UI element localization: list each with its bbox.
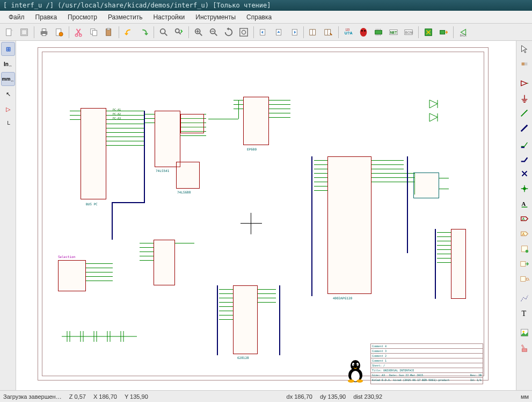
- place-power-button[interactable]: [518, 91, 531, 105]
- wire: [145, 123, 155, 123]
- place-bus-button[interactable]: [518, 121, 531, 135]
- wire: [70, 111, 81, 111]
- bus-direction-button[interactable]: └: [1, 117, 15, 131]
- import-footprint-button[interactable]: [436, 25, 450, 39]
- copy-button[interactable]: [87, 25, 101, 39]
- place-junction-button[interactable]: [518, 182, 531, 196]
- find-button[interactable]: [157, 25, 171, 39]
- component-u3-label: 74LS688: [177, 190, 191, 194]
- navigate-prev-button[interactable]: [257, 25, 271, 39]
- component-u9[interactable]: [327, 156, 371, 294]
- component-p1-connector[interactable]: [451, 229, 466, 299]
- status-dist: dist 230,92: [353, 393, 382, 400]
- hidden-pins-button[interactable]: ▷: [1, 102, 15, 116]
- place-sheet-pin-button[interactable]: DA: [518, 272, 531, 286]
- component-u3-lower[interactable]: [154, 240, 175, 285]
- grid-toggle-button[interactable]: ⊞: [1, 42, 15, 56]
- plot-button[interactable]: [52, 25, 66, 39]
- units-inch-button[interactable]: In↔: [1, 57, 15, 71]
- paste-button[interactable]: [102, 25, 116, 39]
- wire: [269, 109, 290, 109]
- place-line-button[interactable]: [518, 291, 531, 305]
- zoom-fit-button[interactable]: [237, 25, 251, 39]
- zoom-out-button[interactable]: [207, 25, 221, 39]
- new-button[interactable]: [2, 25, 16, 39]
- cut-button[interactable]: [72, 25, 86, 39]
- place-bus2bus-button[interactable]: [518, 152, 531, 166]
- pcbnew-button[interactable]: [421, 25, 435, 39]
- place-hierlabel-button[interactable]: A: [518, 227, 531, 241]
- component-jp1[interactable]: [58, 260, 86, 291]
- svg-point-25: [360, 27, 367, 36]
- svg-text:T: T: [522, 309, 527, 318]
- highlight-net-button[interactable]: [518, 57, 531, 71]
- place-globallabel-button[interactable]: A: [518, 212, 531, 226]
- units-mm-button[interactable]: mm↔: [1, 72, 15, 86]
- wire: [314, 177, 327, 178]
- wire: [175, 243, 194, 243]
- place-noconnect-button[interactable]: [518, 167, 531, 181]
- svg-point-26: [361, 30, 363, 31]
- svg-text:BOM: BOM: [405, 30, 413, 34]
- library-browser-button[interactable]: [307, 25, 320, 39]
- bom-button[interactable]: BOM: [402, 25, 416, 39]
- undo-button[interactable]: [122, 25, 136, 39]
- menu-file[interactable]: Файл: [4, 12, 29, 22]
- back-button[interactable]: BACK: [456, 25, 470, 39]
- component-gate-a[interactable]: [180, 114, 204, 133]
- component-u1-label: BUS PC: [86, 202, 98, 206]
- component-u8[interactable]: [243, 97, 269, 145]
- place-component-button[interactable]: [518, 76, 531, 90]
- component-u1[interactable]: [81, 108, 106, 199]
- place-wire-button[interactable]: [518, 106, 531, 120]
- separator: [119, 26, 119, 38]
- component-crystal[interactable]: [413, 173, 439, 198]
- place-text-button[interactable]: T: [518, 306, 531, 320]
- zoom-redraw-button[interactable]: [222, 25, 236, 39]
- place-netlabel-button[interactable]: A: [518, 197, 531, 211]
- titleblock-comment2: Comment 2: [371, 354, 483, 358]
- svg-text:NET: NET: [390, 30, 397, 34]
- main-toolbar: U?A123 NET BOM BACK: [0, 24, 532, 41]
- svg-text:A: A: [522, 232, 525, 236]
- place-image-button[interactable]: [518, 326, 531, 340]
- component-u5[interactable]: [233, 285, 258, 354]
- annotate-button[interactable]: U?A123: [341, 25, 355, 39]
- svg-point-27: [364, 30, 366, 31]
- component-u2[interactable]: [155, 111, 180, 167]
- menu-settings[interactable]: Настройки: [149, 12, 189, 22]
- library-editor-button[interactable]: [322, 25, 336, 39]
- delete-button[interactable]: [518, 341, 531, 355]
- menu-tools[interactable]: Инструменты: [191, 12, 240, 22]
- wire: [106, 141, 144, 141]
- component-caps-row[interactable]: [59, 326, 140, 347]
- erc-button[interactable]: [356, 25, 370, 39]
- wire: [371, 177, 414, 178]
- select-tool-button[interactable]: [518, 42, 531, 56]
- wire: [314, 169, 327, 169]
- wire: [106, 124, 144, 124]
- place-wire2bus-button[interactable]: [518, 137, 531, 150]
- schematic-canvas[interactable]: BUS PC PC-A1 PC-A2 PC-A3 74LS541: [16, 41, 516, 390]
- component-gate-b[interactable]: [176, 162, 200, 189]
- menu-place[interactable]: Разместить: [104, 12, 147, 22]
- separator: [453, 26, 454, 38]
- navigate-up-button[interactable]: [272, 25, 286, 39]
- redo-button[interactable]: [137, 25, 151, 39]
- page-settings-button[interactable]: [17, 25, 31, 39]
- component-led-block[interactable]: [424, 97, 451, 124]
- svg-point-43: [348, 379, 354, 383]
- menu-help[interactable]: Справка: [242, 12, 276, 22]
- find-replace-button[interactable]: [172, 25, 186, 39]
- svg-rect-28: [375, 30, 382, 34]
- place-sheet-button[interactable]: [518, 242, 531, 256]
- menu-view[interactable]: Просмотр: [63, 12, 101, 22]
- menu-edit[interactable]: Правка: [31, 12, 62, 22]
- cvpcb-button[interactable]: [371, 25, 385, 39]
- navigate-next-button[interactable]: [287, 25, 301, 39]
- zoom-in-button[interactable]: [192, 25, 206, 39]
- import-sheet-pin-button[interactable]: [518, 257, 531, 271]
- cursor-shape-button[interactable]: ↖: [1, 87, 15, 101]
- netlist-button[interactable]: NET: [387, 25, 400, 39]
- print-button[interactable]: [37, 25, 51, 39]
